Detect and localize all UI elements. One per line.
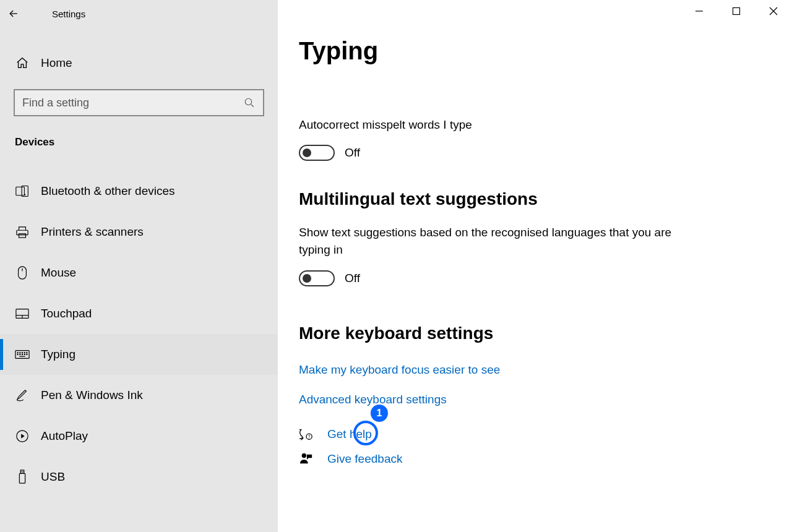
nav-label: Typing bbox=[41, 348, 75, 361]
mouse-icon bbox=[17, 266, 27, 280]
svg-point-19 bbox=[22, 354, 22, 354]
svg-rect-25 bbox=[19, 473, 25, 483]
nav-autoplay[interactable]: AutoPlay bbox=[0, 416, 278, 457]
svg-point-14 bbox=[22, 353, 22, 353]
close-button[interactable] bbox=[755, 0, 792, 22]
usb-icon bbox=[18, 470, 27, 484]
autocorrect-state: Off bbox=[345, 146, 360, 160]
svg-text:?: ? bbox=[308, 434, 311, 439]
multilingual-description: Show text suggestions based on the recog… bbox=[299, 224, 695, 259]
page-title: Typing bbox=[299, 37, 771, 65]
nav-label: Touchpad bbox=[41, 307, 92, 320]
close-icon bbox=[769, 7, 778, 15]
feedback-icon bbox=[299, 452, 313, 466]
nav-label: USB bbox=[41, 470, 65, 484]
svg-point-12 bbox=[17, 353, 18, 353]
minimize-icon bbox=[695, 7, 704, 15]
nav-label: Printers & scanners bbox=[41, 225, 144, 239]
svg-rect-4 bbox=[17, 230, 28, 234]
svg-point-3 bbox=[25, 194, 25, 195]
nav-printers[interactable]: Printers & scanners bbox=[0, 212, 278, 252]
more-keyboard-heading: More keyboard settings bbox=[299, 324, 771, 343]
link-keyboard-focus[interactable]: Make my keyboard focus easier to see bbox=[299, 363, 771, 377]
get-help-link[interactable]: Get help bbox=[327, 427, 372, 441]
touchpad-icon bbox=[15, 308, 29, 319]
svg-point-34 bbox=[302, 453, 306, 457]
svg-point-21 bbox=[27, 354, 27, 354]
link-advanced-keyboard[interactable]: Advanced keyboard settings bbox=[299, 393, 771, 406]
maximize-icon bbox=[732, 7, 741, 15]
svg-rect-1 bbox=[16, 187, 25, 195]
arrow-left-icon bbox=[7, 7, 20, 20]
svg-point-20 bbox=[24, 354, 25, 354]
svg-point-18 bbox=[20, 354, 20, 354]
back-button[interactable] bbox=[0, 0, 27, 27]
autocorrect-toggle[interactable] bbox=[299, 145, 335, 161]
multilingual-toggle[interactable] bbox=[299, 270, 335, 286]
printer-icon bbox=[15, 226, 29, 238]
nav-label: Bluetooth & other devices bbox=[41, 184, 175, 198]
nav-list: Bluetooth & other devices Printers & sca… bbox=[0, 171, 278, 497]
nav-mouse[interactable]: Mouse bbox=[0, 252, 278, 293]
search-icon bbox=[244, 97, 255, 108]
autoplay-icon bbox=[15, 429, 29, 443]
svg-point-0 bbox=[245, 98, 252, 105]
nav-label: Pen & Windows Ink bbox=[41, 388, 143, 402]
home-label: Home bbox=[41, 56, 72, 70]
svg-rect-24 bbox=[20, 470, 24, 474]
titlebar: Settings bbox=[0, 0, 278, 27]
multilingual-state: Off bbox=[345, 272, 360, 285]
svg-point-15 bbox=[24, 353, 25, 353]
pen-icon bbox=[15, 388, 29, 402]
annotation-badge: 1 bbox=[371, 405, 388, 422]
sidebar: Settings Home Devices Bluetooth & other … bbox=[0, 0, 278, 532]
nav-touchpad[interactable]: Touchpad bbox=[0, 293, 278, 334]
nav-pen[interactable]: Pen & Windows Ink bbox=[0, 375, 278, 416]
svg-point-13 bbox=[20, 353, 20, 353]
content-area: Typing Autocorrect misspelt words I type… bbox=[278, 0, 792, 532]
maximize-button[interactable] bbox=[718, 0, 755, 22]
nav-typing[interactable]: Typing bbox=[0, 334, 278, 375]
svg-rect-5 bbox=[19, 234, 26, 238]
nav-label: Mouse bbox=[41, 266, 76, 280]
search-input[interactable] bbox=[22, 97, 243, 109]
give-feedback-link[interactable]: Give feedback bbox=[327, 452, 402, 466]
home-icon bbox=[15, 56, 29, 70]
svg-point-17 bbox=[17, 354, 18, 354]
minimize-button[interactable] bbox=[681, 0, 718, 22]
keyboard-icon bbox=[15, 350, 30, 359]
category-label: Devices bbox=[0, 136, 278, 148]
svg-point-16 bbox=[27, 353, 27, 353]
autocorrect-label: Autocorrect misspelt words I type bbox=[299, 117, 707, 134]
home-nav[interactable]: Home bbox=[0, 46, 278, 80]
get-help-icon: ? bbox=[299, 427, 313, 441]
bluetooth-devices-icon bbox=[15, 185, 29, 197]
search-box[interactable] bbox=[14, 89, 264, 116]
nav-bluetooth[interactable]: Bluetooth & other devices bbox=[0, 171, 278, 212]
nav-label: AutoPlay bbox=[41, 429, 88, 443]
svg-rect-29 bbox=[733, 8, 740, 15]
multilingual-heading: Multilingual text suggestions bbox=[299, 189, 771, 209]
window-title: Settings bbox=[52, 9, 85, 19]
nav-usb[interactable]: USB bbox=[0, 457, 278, 497]
window-controls bbox=[681, 0, 792, 22]
